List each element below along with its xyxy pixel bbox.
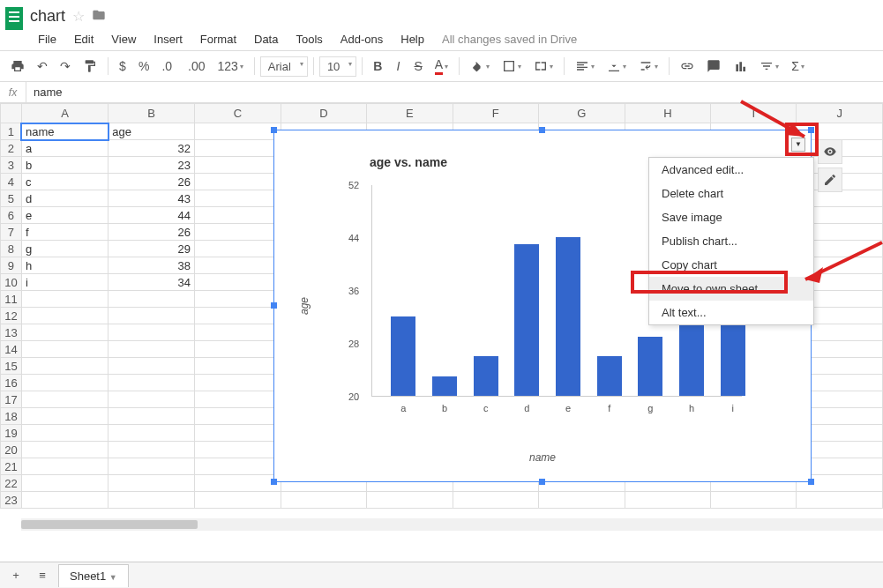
filter-button[interactable] <box>754 56 784 77</box>
cell[interactable]: 38 <box>109 257 195 274</box>
cell[interactable]: age <box>109 123 195 140</box>
cell[interactable] <box>195 442 281 458</box>
cell[interactable] <box>453 492 538 509</box>
cell[interactable]: 44 <box>109 207 195 224</box>
cell[interactable]: 32 <box>109 140 195 157</box>
col-header[interactable]: F <box>453 104 538 123</box>
cell[interactable] <box>21 425 108 442</box>
cell[interactable] <box>109 458 195 475</box>
cell[interactable]: d <box>21 190 108 207</box>
currency-button[interactable]: $ <box>114 56 131 77</box>
row-header[interactable]: 19 <box>1 425 22 442</box>
col-header[interactable]: D <box>281 104 367 123</box>
col-header[interactable]: H <box>625 104 711 123</box>
cell[interactable]: c <box>21 174 108 190</box>
row-header[interactable]: 21 <box>1 458 22 475</box>
menu-format[interactable]: Format <box>192 29 244 49</box>
ctx-item-alt-text[interactable]: Alt text... <box>649 301 813 324</box>
row-header[interactable]: 6 <box>1 207 22 224</box>
star-icon[interactable]: ☆ <box>72 8 85 25</box>
cell[interactable]: 29 <box>109 241 195 257</box>
row-header[interactable]: 18 <box>1 408 22 425</box>
cell[interactable] <box>109 358 195 375</box>
functions-button[interactable]: Σ <box>786 56 810 77</box>
ctx-item-publish-chart[interactable]: Publish chart... <box>649 229 813 253</box>
cell[interactable] <box>21 492 108 509</box>
more-formats-button[interactable]: 123 <box>213 56 249 77</box>
row-header[interactable]: 5 <box>1 190 22 207</box>
embedded-chart[interactable]: ▼ age vs. name age 2028364452 abcdefghi … <box>273 130 812 482</box>
cell[interactable]: name <box>21 123 108 140</box>
cell[interactable] <box>195 140 281 157</box>
row-header[interactable]: 8 <box>1 241 22 257</box>
chart-menu-button[interactable]: ▼ <box>791 138 805 152</box>
horizontal-scrollbar[interactable] <box>21 518 883 531</box>
menu-insert[interactable]: Insert <box>146 29 191 49</box>
cell[interactable]: h <box>21 257 108 274</box>
row-header[interactable]: 20 <box>1 442 22 458</box>
text-color-button[interactable]: A <box>430 54 453 78</box>
cell[interactable] <box>711 492 797 509</box>
row-header[interactable]: 23 <box>1 492 22 509</box>
cell[interactable]: 26 <box>109 174 195 190</box>
col-header[interactable]: J <box>797 104 883 123</box>
cell[interactable]: a <box>21 140 108 157</box>
cell[interactable] <box>195 174 281 190</box>
link-button[interactable] <box>675 56 700 77</box>
row-header[interactable]: 1 <box>1 123 22 140</box>
cell[interactable] <box>109 324 195 341</box>
row-header[interactable]: 22 <box>1 475 22 492</box>
row-header[interactable]: 9 <box>1 257 22 274</box>
cell[interactable] <box>625 492 711 509</box>
cell[interactable]: e <box>21 207 108 224</box>
cell[interactable] <box>195 207 281 224</box>
cell[interactable] <box>109 375 195 391</box>
cell[interactable] <box>195 291 281 308</box>
valign-button[interactable] <box>602 56 632 77</box>
cell[interactable] <box>109 341 195 358</box>
cell[interactable] <box>195 308 281 324</box>
row-header[interactable]: 16 <box>1 375 22 391</box>
row-header[interactable]: 14 <box>1 341 22 358</box>
cell[interactable] <box>21 291 108 308</box>
cell[interactable] <box>21 375 108 391</box>
ctx-item-copy-chart[interactable]: Copy chart <box>649 253 813 277</box>
cell[interactable] <box>195 475 281 492</box>
cell[interactable] <box>109 408 195 425</box>
cell[interactable]: g <box>21 241 108 257</box>
cell[interactable] <box>21 442 108 458</box>
col-header[interactable]: A <box>21 104 108 123</box>
cell[interactable] <box>367 492 453 509</box>
cell[interactable] <box>21 475 108 492</box>
cell[interactable]: 26 <box>109 224 195 241</box>
cell[interactable] <box>109 425 195 442</box>
cell[interactable] <box>109 308 195 324</box>
add-sheet-button[interactable]: + <box>5 565 26 586</box>
cell[interactable]: 34 <box>109 274 195 291</box>
redo-button[interactable]: ↷ <box>55 56 76 77</box>
cell[interactable] <box>109 492 195 509</box>
menu-help[interactable]: Help <box>393 29 432 49</box>
folder-icon[interactable] <box>92 8 106 26</box>
menu-file[interactable]: File <box>30 29 64 49</box>
cell[interactable] <box>797 492 883 509</box>
row-header[interactable]: 7 <box>1 224 22 241</box>
cell[interactable] <box>195 123 281 140</box>
percent-button[interactable]: % <box>133 56 154 77</box>
row-header[interactable]: 3 <box>1 157 22 174</box>
borders-button[interactable] <box>497 56 527 77</box>
strike-button[interactable]: S <box>408 56 427 77</box>
menu-add-ons[interactable]: Add-ons <box>333 29 391 49</box>
comment-button[interactable] <box>701 56 726 77</box>
italic-button[interactable]: I <box>389 56 407 77</box>
all-sheets-button[interactable]: ≡ <box>32 565 53 586</box>
cell[interactable] <box>195 492 281 509</box>
row-header[interactable]: 2 <box>1 140 22 157</box>
formula-input[interactable]: name <box>26 86 70 99</box>
cell[interactable] <box>195 257 281 274</box>
ctx-item-delete-chart[interactable]: Delete chart <box>649 182 813 205</box>
cell[interactable] <box>195 241 281 257</box>
row-header[interactable]: 17 <box>1 391 22 408</box>
sheet-tab[interactable]: Sheet1 ▼ <box>58 564 129 587</box>
dec-decimal-button[interactable]: .0 <box>156 56 181 77</box>
